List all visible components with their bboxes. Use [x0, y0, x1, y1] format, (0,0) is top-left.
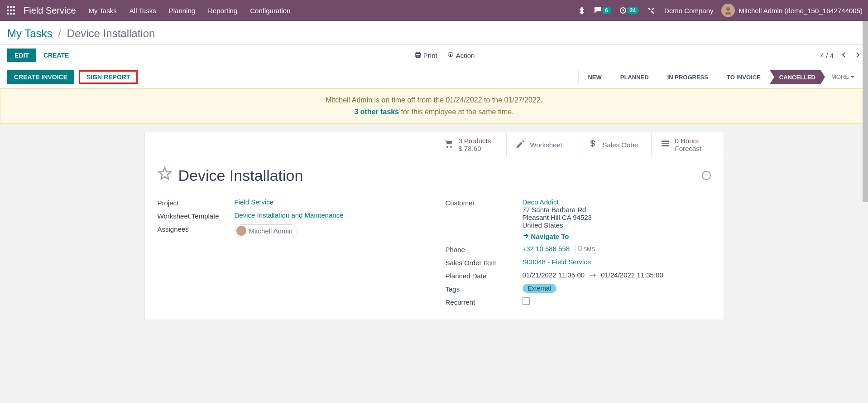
- stat-sales-order-label: Sales Order: [603, 141, 639, 149]
- banner-tasks-link[interactable]: 3 other tasks: [354, 108, 399, 116]
- status-to-invoice[interactable]: TO INVOICE: [717, 70, 770, 84]
- nav-configuration[interactable]: Configuration: [250, 7, 290, 15]
- template-label: Worksheet Template: [158, 211, 235, 220]
- nav-all-tasks[interactable]: All Tasks: [129, 7, 156, 15]
- timeoff-banner: Mitchell Admin is on time off from the 0…: [0, 88, 868, 124]
- control-left: EDIT CREATE: [7, 49, 69, 62]
- status-cancelled[interactable]: CANCELLED: [770, 70, 825, 84]
- chip-label: Mitchell Admin: [249, 227, 293, 235]
- create-invoice-button[interactable]: CREATE INVOICE: [7, 70, 74, 84]
- template-value[interactable]: Device Installation and Maintenance: [235, 211, 423, 219]
- sms-button[interactable]: SMS: [575, 245, 598, 253]
- svg-rect-18: [662, 145, 669, 146]
- recurrent-label: Recurrent: [446, 297, 523, 306]
- assignee-chip[interactable]: Mitchell Admin: [235, 224, 298, 237]
- soi-value[interactable]: S00048 - Field Service: [523, 258, 711, 266]
- nav-right: 6 24 Demo Company Mitchell Admin (demo_1…: [577, 4, 863, 17]
- pager-text: 4 / 4: [820, 52, 834, 59]
- customer-name[interactable]: Deco Addict: [523, 198, 711, 206]
- title-left: Device Installation: [158, 166, 303, 185]
- apps-icon[interactable]: [5, 5, 16, 16]
- pager-next[interactable]: [854, 52, 861, 59]
- stat-forecast-line2: Forecast: [675, 145, 701, 152]
- button-boxes: 3 Products $ 78.60 Worksheet Sales Order: [145, 132, 724, 157]
- create-button[interactable]: CREATE: [43, 52, 69, 59]
- phone-label: Phone: [446, 245, 523, 253]
- nav-planning[interactable]: Planning: [169, 7, 195, 15]
- svg-rect-5: [13, 10, 15, 11]
- company-switcher[interactable]: Demo Company: [664, 7, 713, 15]
- pencil-icon: [516, 139, 525, 151]
- phone-value[interactable]: +32 10 588 558: [523, 245, 570, 252]
- pager-prev[interactable]: [841, 52, 847, 59]
- stat-products-line2: $ 78.60: [459, 145, 491, 152]
- control-right: 4 / 4: [820, 52, 861, 59]
- nav-my-tasks[interactable]: My Tasks: [89, 7, 117, 15]
- main-area: 3 Products $ 78.60 Worksheet Sales Order: [0, 124, 868, 320]
- breadcrumb-sep: /: [58, 27, 61, 39]
- star-icon[interactable]: [158, 166, 172, 185]
- stat-forecast[interactable]: 0 Hours Forecast: [651, 132, 724, 157]
- right-column: Customer Deco Addict 77 Santa Barbara Rd…: [446, 198, 711, 311]
- phone-icon: [578, 246, 582, 252]
- left-column: Project Field Service Worksheet Template…: [158, 198, 423, 311]
- messaging-icon[interactable]: 6: [595, 7, 611, 14]
- top-nav: Field Service My Tasks All Tasks Plannin…: [0, 0, 868, 21]
- tools-icon[interactable]: [647, 6, 656, 15]
- svg-point-10: [726, 7, 730, 11]
- svg-rect-17: [662, 143, 669, 144]
- banner-text2: for this employee at the same time.: [399, 108, 513, 116]
- svg-rect-4: [10, 10, 12, 11]
- svg-rect-2: [13, 6, 15, 8]
- status-new[interactable]: NEW: [578, 70, 611, 84]
- stat-worksheet[interactable]: Worksheet: [506, 132, 579, 157]
- planned-from: 01/21/2022 11:35:00: [523, 271, 585, 279]
- svg-rect-3: [7, 10, 9, 11]
- banner-line2: 3 other tasks for this employee at the s…: [8, 108, 860, 116]
- bug-icon[interactable]: [577, 6, 586, 15]
- svg-rect-8: [13, 13, 15, 15]
- form-sheet: 3 Products $ 78.60 Worksheet Sales Order: [144, 132, 724, 320]
- breadcrumb-parent[interactable]: My Tasks: [7, 27, 53, 39]
- print-label: Print: [423, 52, 437, 59]
- print-icon: [415, 52, 421, 59]
- user-menu[interactable]: Mitchell Admin (demo_150_1642744005): [721, 4, 863, 17]
- fields-grid: Project Field Service Worksheet Template…: [158, 198, 711, 311]
- navigate-link[interactable]: Navigate To: [523, 233, 711, 240]
- status-steps: NEW PLANNED IN PROGRESS TO INVOICE CANCE…: [579, 70, 861, 84]
- banner-line1: Mitchell Admin is on time off from the 0…: [8, 96, 860, 104]
- arrow-right-icon: [523, 233, 529, 240]
- arrow-icon: [589, 271, 596, 279]
- tag-external[interactable]: External: [523, 284, 556, 293]
- scrollbar-thumb[interactable]: [863, 21, 868, 202]
- nav-reporting[interactable]: Reporting: [208, 7, 237, 15]
- control-row: EDIT CREATE Print Action 4 / 4: [0, 45, 868, 66]
- scrollbar[interactable]: [863, 21, 868, 403]
- control-center: Print Action: [415, 52, 475, 59]
- status-in-progress[interactable]: IN PROGRESS: [658, 70, 718, 84]
- stat-products[interactable]: 3 Products $ 78.60: [434, 132, 506, 157]
- status-more[interactable]: MORE: [825, 70, 861, 84]
- project-label: Project: [158, 198, 235, 207]
- status-left: CREATE INVOICE SIGN REPORT: [7, 70, 138, 84]
- status-planned[interactable]: PLANNED: [611, 70, 658, 84]
- print-dropdown[interactable]: Print: [415, 52, 437, 59]
- stat-worksheet-label: Worksheet: [530, 141, 562, 149]
- svg-rect-6: [7, 13, 9, 15]
- stat-forecast-line1: 0 Hours: [675, 137, 701, 145]
- svg-rect-16: [662, 141, 669, 142]
- activity-icon[interactable]: 24: [619, 7, 639, 14]
- stat-sales-order[interactable]: Sales Order: [579, 132, 651, 157]
- svg-rect-7: [10, 13, 12, 15]
- chat-count: 6: [602, 7, 611, 14]
- tags-label: Tags: [446, 284, 523, 293]
- edit-button[interactable]: EDIT: [7, 49, 36, 62]
- customer-label: Customer: [446, 198, 523, 207]
- kanban-state-button[interactable]: [702, 171, 711, 180]
- chevron-down-icon: [851, 70, 854, 84]
- sign-report-button[interactable]: SIGN REPORT: [79, 70, 138, 84]
- assignees-label: Assignees: [158, 224, 235, 233]
- recurrent-checkbox[interactable]: [523, 297, 530, 305]
- action-dropdown[interactable]: Action: [447, 52, 475, 59]
- project-value[interactable]: Field Service: [235, 198, 423, 206]
